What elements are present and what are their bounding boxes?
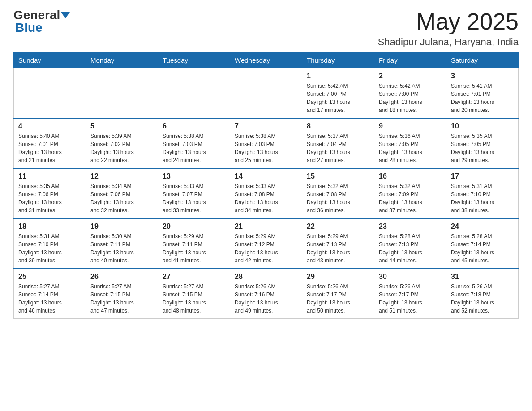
day-number: 11 — [18, 172, 81, 180]
day-info: Sunrise: 5:26 AMSunset: 7:17 PMDaylight:… — [307, 283, 369, 315]
day-number: 22 — [307, 223, 369, 231]
calendar-week-row: 1Sunrise: 5:42 AMSunset: 7:00 PMDaylight… — [14, 68, 519, 118]
calendar-cell — [230, 68, 302, 118]
calendar-cell: 31Sunrise: 5:26 AMSunset: 7:18 PMDayligh… — [446, 269, 519, 319]
day-info: Sunrise: 5:27 AMSunset: 7:15 PMDaylight:… — [163, 283, 225, 315]
logo-general-text: General — [13, 9, 60, 21]
calendar-cell: 16Sunrise: 5:32 AMSunset: 7:09 PMDayligh… — [374, 168, 446, 218]
day-info: Sunrise: 5:26 AMSunset: 7:17 PMDaylight:… — [379, 283, 442, 315]
calendar-week-row: 25Sunrise: 5:27 AMSunset: 7:14 PMDayligh… — [14, 269, 519, 319]
day-number: 31 — [451, 273, 514, 281]
calendar-cell: 26Sunrise: 5:27 AMSunset: 7:15 PMDayligh… — [86, 269, 158, 319]
day-info: Sunrise: 5:28 AMSunset: 7:14 PMDaylight:… — [451, 232, 514, 265]
day-number: 17 — [451, 172, 514, 180]
day-info: Sunrise: 5:36 AMSunset: 7:05 PMDaylight:… — [379, 132, 442, 164]
title-section: May 2025 Shadipur Julana, Haryana, India — [378, 9, 519, 48]
calendar-cell: 3Sunrise: 5:41 AMSunset: 7:01 PMDaylight… — [446, 68, 519, 118]
calendar-cell: 15Sunrise: 5:32 AMSunset: 7:08 PMDayligh… — [302, 168, 374, 218]
day-number: 28 — [235, 273, 297, 281]
day-number: 16 — [379, 172, 442, 180]
calendar-cell: 29Sunrise: 5:26 AMSunset: 7:17 PMDayligh… — [302, 269, 374, 319]
calendar-cell — [86, 68, 158, 118]
calendar-cell: 25Sunrise: 5:27 AMSunset: 7:14 PMDayligh… — [14, 269, 86, 319]
day-info: Sunrise: 5:35 AMSunset: 7:06 PMDaylight:… — [18, 182, 81, 214]
day-info: Sunrise: 5:39 AMSunset: 7:02 PMDaylight:… — [90, 132, 153, 164]
day-number: 10 — [451, 122, 514, 130]
day-number: 20 — [163, 223, 225, 231]
day-number: 27 — [163, 273, 225, 281]
calendar-cell: 13Sunrise: 5:33 AMSunset: 7:07 PMDayligh… — [158, 168, 230, 218]
day-number: 9 — [379, 122, 442, 130]
calendar-table: SundayMondayTuesdayWednesdayThursdayFrid… — [13, 52, 519, 319]
page-header: General Blue May 2025 Shadipur Julana, H… — [13, 9, 519, 48]
day-info: Sunrise: 5:38 AMSunset: 7:03 PMDaylight:… — [163, 132, 225, 164]
calendar-cell: 21Sunrise: 5:29 AMSunset: 7:12 PMDayligh… — [230, 218, 302, 269]
day-info: Sunrise: 5:26 AMSunset: 7:18 PMDaylight:… — [451, 283, 514, 315]
day-number: 24 — [451, 223, 514, 231]
day-number: 8 — [307, 122, 369, 130]
calendar-cell: 8Sunrise: 5:37 AMSunset: 7:04 PMDaylight… — [302, 118, 374, 168]
day-number: 21 — [235, 223, 297, 231]
day-number: 2 — [379, 72, 442, 80]
day-number: 1 — [307, 72, 369, 80]
calendar-cell: 19Sunrise: 5:30 AMSunset: 7:11 PMDayligh… — [86, 218, 158, 269]
day-info: Sunrise: 5:32 AMSunset: 7:08 PMDaylight:… — [307, 182, 369, 214]
day-info: Sunrise: 5:40 AMSunset: 7:01 PMDaylight:… — [18, 132, 81, 164]
calendar-cell: 11Sunrise: 5:35 AMSunset: 7:06 PMDayligh… — [14, 168, 86, 218]
calendar-cell: 18Sunrise: 5:31 AMSunset: 7:10 PMDayligh… — [14, 218, 86, 269]
calendar-cell: 30Sunrise: 5:26 AMSunset: 7:17 PMDayligh… — [374, 269, 446, 319]
calendar-cell: 4Sunrise: 5:40 AMSunset: 7:01 PMDaylight… — [14, 118, 86, 168]
logo: General Blue — [13, 9, 70, 34]
calendar-header-wednesday: Wednesday — [230, 53, 302, 68]
calendar-cell: 6Sunrise: 5:38 AMSunset: 7:03 PMDaylight… — [158, 118, 230, 168]
day-info: Sunrise: 5:42 AMSunset: 7:00 PMDaylight:… — [379, 82, 442, 114]
day-number: 30 — [379, 273, 442, 281]
day-number: 29 — [307, 273, 369, 281]
calendar-cell: 12Sunrise: 5:34 AMSunset: 7:06 PMDayligh… — [86, 168, 158, 218]
calendar-header-monday: Monday — [86, 53, 158, 68]
day-number: 23 — [379, 223, 442, 231]
logo-triangle-icon — [61, 12, 70, 18]
day-number: 19 — [90, 223, 153, 231]
day-info: Sunrise: 5:27 AMSunset: 7:14 PMDaylight:… — [18, 283, 81, 315]
day-info: Sunrise: 5:34 AMSunset: 7:06 PMDaylight:… — [90, 182, 153, 214]
day-number: 6 — [163, 122, 225, 130]
calendar-header-sunday: Sunday — [14, 53, 86, 68]
day-info: Sunrise: 5:26 AMSunset: 7:16 PMDaylight:… — [235, 283, 297, 315]
calendar-cell: 1Sunrise: 5:42 AMSunset: 7:00 PMDaylight… — [302, 68, 374, 118]
day-number: 7 — [235, 122, 297, 130]
day-info: Sunrise: 5:32 AMSunset: 7:09 PMDaylight:… — [379, 182, 442, 214]
day-info: Sunrise: 5:30 AMSunset: 7:11 PMDaylight:… — [90, 232, 153, 265]
day-info: Sunrise: 5:38 AMSunset: 7:03 PMDaylight:… — [235, 132, 297, 164]
calendar-cell: 14Sunrise: 5:33 AMSunset: 7:08 PMDayligh… — [230, 168, 302, 218]
calendar-cell: 27Sunrise: 5:27 AMSunset: 7:15 PMDayligh… — [158, 269, 230, 319]
day-info: Sunrise: 5:33 AMSunset: 7:08 PMDaylight:… — [235, 182, 297, 214]
day-number: 4 — [18, 122, 81, 130]
calendar-cell: 7Sunrise: 5:38 AMSunset: 7:03 PMDaylight… — [230, 118, 302, 168]
calendar-header-saturday: Saturday — [446, 53, 519, 68]
day-info: Sunrise: 5:37 AMSunset: 7:04 PMDaylight:… — [307, 132, 369, 164]
day-info: Sunrise: 5:41 AMSunset: 7:01 PMDaylight:… — [451, 82, 514, 114]
logo-blue-text: Blue — [13, 21, 43, 34]
calendar-week-row: 4Sunrise: 5:40 AMSunset: 7:01 PMDaylight… — [14, 118, 519, 168]
day-info: Sunrise: 5:29 AMSunset: 7:13 PMDaylight:… — [307, 232, 369, 265]
calendar-cell — [158, 68, 230, 118]
calendar-cell: 22Sunrise: 5:29 AMSunset: 7:13 PMDayligh… — [302, 218, 374, 269]
month-title: May 2025 — [378, 9, 519, 34]
day-info: Sunrise: 5:31 AMSunset: 7:10 PMDaylight:… — [18, 232, 81, 265]
calendar-header-thursday: Thursday — [302, 53, 374, 68]
day-info: Sunrise: 5:31 AMSunset: 7:10 PMDaylight:… — [451, 182, 514, 214]
day-number: 12 — [90, 172, 153, 180]
calendar-header-row: SundayMondayTuesdayWednesdayThursdayFrid… — [14, 53, 519, 68]
day-info: Sunrise: 5:29 AMSunset: 7:12 PMDaylight:… — [235, 232, 297, 265]
day-number: 3 — [451, 72, 514, 80]
location-text: Shadipur Julana, Haryana, India — [378, 36, 519, 48]
calendar-cell: 24Sunrise: 5:28 AMSunset: 7:14 PMDayligh… — [446, 218, 519, 269]
calendar-header-tuesday: Tuesday — [158, 53, 230, 68]
calendar-week-row: 11Sunrise: 5:35 AMSunset: 7:06 PMDayligh… — [14, 168, 519, 218]
calendar-cell: 23Sunrise: 5:28 AMSunset: 7:13 PMDayligh… — [374, 218, 446, 269]
day-number: 15 — [307, 172, 369, 180]
calendar-cell: 17Sunrise: 5:31 AMSunset: 7:10 PMDayligh… — [446, 168, 519, 218]
day-number: 26 — [90, 273, 153, 281]
calendar-cell: 2Sunrise: 5:42 AMSunset: 7:00 PMDaylight… — [374, 68, 446, 118]
